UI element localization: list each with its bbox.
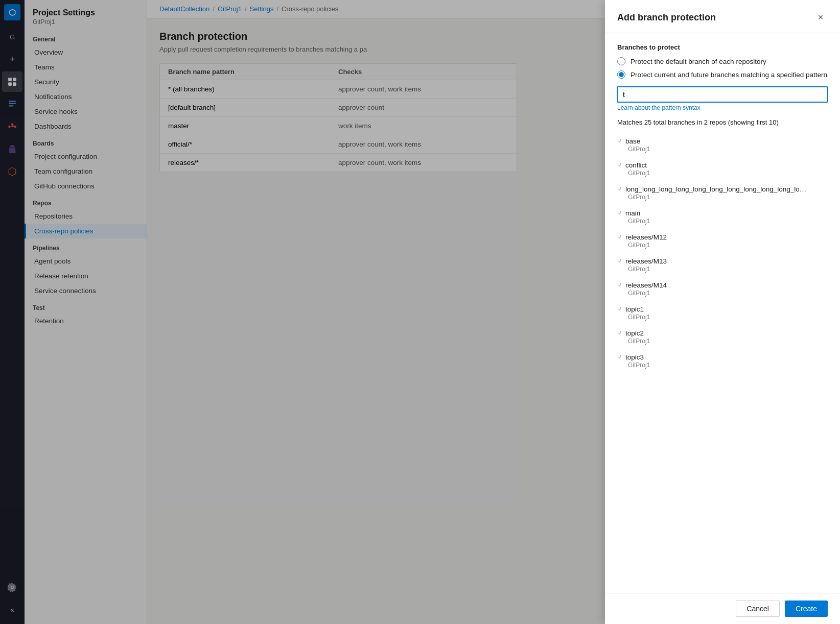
branch-list: ⑂ base GitProj1 ⑂ conflict GitProj1 ⑂: [617, 133, 828, 373]
branch-icon: ⑂: [617, 281, 621, 289]
modal-title: Add branch protection: [617, 12, 716, 23]
list-item: ⑂ main GitProj1: [617, 205, 828, 229]
branch-repo: GitProj1: [628, 218, 828, 225]
list-item: ⑂ conflict GitProj1: [617, 157, 828, 181]
radio-group: Protect the default branch of each repos…: [617, 57, 828, 79]
branch-icon: ⑂: [617, 161, 621, 169]
list-item: ⑂ releases/M13 GitProj1: [617, 253, 828, 277]
branch-name: releases/M14: [625, 281, 667, 289]
branch-icon: ⑂: [617, 209, 621, 217]
branch-repo: GitProj1: [628, 170, 828, 177]
modal-overlay: Add branch protection × Branches to prot…: [0, 0, 840, 624]
modal-footer: Cancel Create: [605, 593, 840, 624]
radio-default-label: Protect the default branch of each repos…: [631, 58, 766, 65]
branch-name: releases/M12: [625, 233, 667, 241]
list-item: ⑂ topic1 GitProj1: [617, 301, 828, 325]
branch-repo: GitProj1: [628, 266, 828, 273]
branch-name: releases/M13: [625, 257, 667, 265]
branch-icon: ⑂: [617, 257, 621, 265]
list-item: ⑂ releases/M14 GitProj1: [617, 277, 828, 301]
branch-repo: GitProj1: [628, 290, 828, 297]
list-item: ⑂ topic2 GitProj1: [617, 325, 828, 349]
branch-name: topic3: [625, 353, 644, 361]
branch-repo: GitProj1: [628, 362, 828, 369]
radio-default-input[interactable]: [617, 57, 625, 65]
create-button[interactable]: Create: [785, 601, 828, 617]
branch-repo: GitProj1: [628, 146, 828, 153]
cancel-button[interactable]: Cancel: [736, 601, 780, 617]
branch-repo: GitProj1: [628, 242, 828, 249]
branch-icon: ⑂: [617, 353, 621, 361]
radio-pattern-input[interactable]: [617, 70, 625, 79]
list-item: ⑂ releases/M12 GitProj1: [617, 229, 828, 253]
branch-name: base: [625, 137, 640, 145]
list-item: ⑂ base GitProj1: [617, 133, 828, 157]
branch-repo: GitProj1: [628, 194, 828, 201]
radio-pattern-branch[interactable]: Protect current and future branches matc…: [617, 70, 828, 79]
branch-name: conflict: [625, 161, 647, 169]
branch-name: topic2: [625, 329, 644, 337]
radio-pattern-label: Protect current and future branches matc…: [631, 71, 827, 79]
modal-section-label: Branches to protect: [617, 43, 828, 51]
modal-panel: Add branch protection × Branches to prot…: [605, 0, 840, 624]
list-item: ⑂ topic3 GitProj1: [617, 349, 828, 373]
modal-body: Branches to protect Protect the default …: [605, 33, 840, 593]
branch-icon: ⑂: [617, 233, 621, 241]
branch-icon: ⑂: [617, 185, 621, 193]
modal-header: Add branch protection ×: [605, 0, 840, 33]
branch-repo: GitProj1: [628, 338, 828, 345]
branch-repo: GitProj1: [628, 314, 828, 321]
pattern-input[interactable]: [617, 87, 828, 102]
pattern-help-link[interactable]: Learn about the pattern syntax: [617, 104, 828, 111]
branch-name: main: [625, 209, 640, 217]
list-item: ⑂ long_long_long_long_long_long_long_lon…: [617, 181, 828, 205]
branch-icon: ⑂: [617, 137, 621, 145]
modal-close-button[interactable]: ×: [813, 10, 828, 25]
matches-info: Matches 25 total branches in 2 repos (sh…: [617, 118, 828, 126]
branch-icon: ⑂: [617, 305, 621, 313]
branch-name: topic1: [625, 305, 644, 313]
branch-icon: ⑂: [617, 329, 621, 337]
branch-name: long_long_long_long_long_long_long_long_…: [625, 185, 809, 193]
radio-default-branch[interactable]: Protect the default branch of each repos…: [617, 57, 828, 65]
